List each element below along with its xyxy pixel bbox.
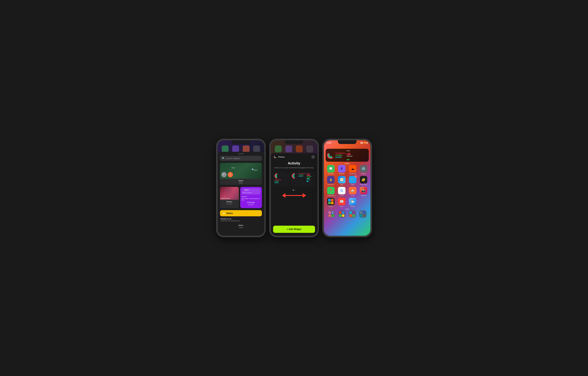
min-large: 10/30MIN bbox=[298, 174, 306, 176]
stand-chart-label: STAND bbox=[307, 179, 314, 180]
app-google[interactable]: G Google bbox=[337, 187, 346, 196]
bar bbox=[347, 153, 348, 155]
folder-icon[interactable]: 🦋 ⭐ 🎯 📱 bbox=[328, 210, 335, 218]
app-home[interactable]: 🏠 Home bbox=[348, 187, 357, 196]
podcasts-widget-subtitle: Up Next bbox=[242, 204, 261, 207]
twitter-icon[interactable]: 🐦 1 bbox=[349, 176, 357, 183]
authenticator-label: Authenticator bbox=[360, 184, 367, 185]
soundcloud-icon[interactable]: ☁ bbox=[349, 165, 357, 173]
app-twitter[interactable]: 🐦 1 Twitter bbox=[348, 176, 357, 185]
notes-widget[interactable]: 📁 Notes bbox=[220, 210, 262, 216]
home-icon[interactable]: 🏠 bbox=[349, 187, 357, 194]
add-widget-button[interactable]: + Add Widget bbox=[273, 226, 315, 233]
app-news[interactable]: 📰 News bbox=[337, 198, 346, 207]
app-grid-row2: 🔒 ProtonVPN 🧭 Safari 🐦 1 Twitter bbox=[324, 176, 370, 185]
phone-notch bbox=[231, 140, 250, 144]
google-maps-icon[interactable]: 📍 bbox=[327, 187, 335, 194]
bar bbox=[350, 154, 350, 155]
podcasts-icon[interactable]: 🎙 bbox=[338, 165, 346, 173]
photos-widget-name: Photos bbox=[220, 200, 239, 203]
move-chart-label: MOVE bbox=[347, 150, 367, 152]
safari-icon[interactable]: 🧭 bbox=[338, 176, 346, 183]
top-app-icon bbox=[253, 145, 260, 152]
podcasts-widget[interactable]: 🎙 UPAYA Dharma Podcasts 46M LEFT John Du… bbox=[240, 187, 262, 208]
app-finance[interactable]: Finance bbox=[326, 198, 336, 207]
fitness-widget-large[interactable]: 121/440KCAL 10/30MIN 6/12HRS MOVE bbox=[291, 172, 315, 186]
photos-widget-subtitle: For You bbox=[220, 203, 239, 206]
app-placeholder bbox=[359, 198, 368, 207]
notes-bottom: Notes Folder bbox=[220, 222, 262, 231]
activity-rings-home bbox=[327, 152, 334, 159]
activity-chart: MOVE EXERCISE bbox=[307, 173, 314, 182]
folder-icon[interactable] bbox=[338, 210, 346, 218]
bar bbox=[348, 160, 348, 160]
app-folder-grid1[interactable] bbox=[338, 210, 346, 218]
bar bbox=[348, 154, 348, 155]
map-label-kilburn: Kilburn bbox=[253, 169, 257, 171]
app-grid-row1: 💬 Messages 🎙 Podcasts ☁ SoundCloud ⚙️ Se… bbox=[324, 165, 370, 175]
app-authenticator[interactable]: 🔐 Authenticator bbox=[359, 176, 368, 185]
arrow-left bbox=[282, 193, 285, 198]
notes-articles: Articles to do Yesterday No additional t… bbox=[220, 218, 262, 222]
search-bar[interactable]: 🔍 Search Widgets bbox=[220, 156, 262, 161]
bar bbox=[308, 174, 308, 176]
news-label: News bbox=[340, 206, 343, 207]
maps-widget-subtitle: Maps bbox=[220, 182, 262, 185]
app-folder-grid2[interactable] bbox=[349, 210, 356, 218]
fitness-widgets-row: 3/440KCAL /30MIN 12HRS bbox=[273, 172, 315, 186]
fitness-home-widget[interactable]: 121/440KCAL 10/30MIN 6/12HRS MOVE bbox=[326, 149, 369, 162]
fitness-widget-small[interactable]: 3/440KCAL /30MIN 12HRS bbox=[273, 172, 289, 186]
maps-widget-name: Maps bbox=[220, 179, 262, 182]
app-weather[interactable]: ⛅ Weather bbox=[348, 198, 357, 207]
app-podcasts[interactable]: 🎙 Podcasts bbox=[337, 165, 346, 175]
stand-bars bbox=[307, 180, 314, 182]
google-icon[interactable]: G bbox=[338, 187, 346, 194]
phones-container: 🔍 Search Widgets Thirsk Kilburn 🔍 bbox=[217, 139, 372, 237]
exercise-chart-label: EXERCISE bbox=[347, 155, 367, 157]
folder-icon[interactable] bbox=[349, 210, 356, 218]
app-soundcloud[interactable]: ☁ SoundCloud bbox=[348, 165, 357, 175]
bar bbox=[349, 154, 349, 155]
authenticator-icon[interactable]: 🔐 bbox=[360, 176, 367, 183]
app-google-maps[interactable]: 📍 Google Maps bbox=[326, 187, 336, 196]
maps-widget-card[interactable]: Thirsk Kilburn 🔍 🍴 Maps Maps bbox=[220, 163, 262, 185]
bar bbox=[307, 181, 307, 182]
app-settings[interactable]: ⚙️ Settings bbox=[359, 165, 368, 175]
top-app-icon bbox=[296, 145, 303, 152]
finance-icon[interactable] bbox=[327, 198, 335, 205]
weather-icon[interactable]: ⛅ bbox=[349, 198, 357, 205]
app-protonvpn[interactable]: 🔒 ProtonVPN bbox=[326, 176, 336, 185]
page-dot-1 bbox=[345, 209, 346, 210]
activity-description: Check in on your movement throughout the… bbox=[274, 166, 314, 169]
fitness-close-button[interactable]: ✕ bbox=[311, 155, 315, 159]
folder-icon[interactable] bbox=[359, 210, 367, 218]
app-folder-grid3[interactable] bbox=[359, 210, 367, 218]
hrs-small: 12HRS bbox=[274, 182, 288, 183]
app-instagram[interactable]: 📸 Instagram bbox=[359, 187, 368, 196]
bar bbox=[309, 181, 309, 182]
news-icon[interactable]: 📰 bbox=[338, 198, 346, 205]
bar bbox=[309, 174, 309, 176]
photos-widget[interactable]: Featured Photo Photos For You bbox=[220, 187, 239, 208]
messages-icon[interactable]: 💬 bbox=[327, 165, 335, 173]
app-folder-misc[interactable]: 🦋 ⭐ 🎯 📱 bbox=[328, 210, 335, 218]
stand-stat: 6/12HRS bbox=[336, 156, 346, 158]
twitter-badge: 1 bbox=[355, 175, 357, 178]
swipe-arrows bbox=[282, 193, 306, 198]
messages-label: Messages bbox=[328, 173, 334, 175]
exercise-home-bars bbox=[347, 157, 367, 160]
map-food-btn[interactable]: 🍴 bbox=[228, 172, 233, 177]
home-chart-section: MOVE EXERCISE bbox=[347, 150, 367, 160]
settings-icon[interactable]: ⚙️ bbox=[360, 165, 367, 173]
app-messages[interactable]: 💬 Messages bbox=[326, 165, 336, 175]
page-dot-1 bbox=[293, 190, 294, 191]
map-search-btn[interactable]: 🔍 bbox=[221, 172, 227, 177]
protonvpn-icon[interactable]: 🔒 bbox=[327, 176, 335, 183]
instagram-icon[interactable]: 📸 bbox=[360, 187, 367, 194]
activity-title: Activity bbox=[288, 161, 300, 165]
app-safari[interactable]: 🧭 Safari bbox=[337, 176, 346, 185]
phone-screen: 🔍 Search Widgets Thirsk Kilburn 🔍 bbox=[218, 140, 264, 236]
page-dot-2 bbox=[294, 190, 295, 191]
bar bbox=[347, 159, 347, 160]
instagram-label: Instagram bbox=[361, 195, 366, 196]
